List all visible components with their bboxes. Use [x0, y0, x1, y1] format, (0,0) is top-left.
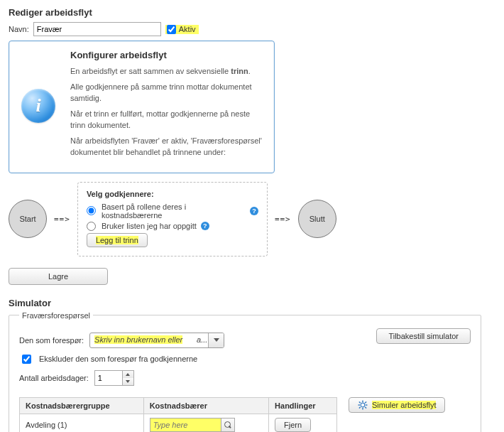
carrier-search-input[interactable]	[150, 418, 221, 432]
step-box: Velg godkjennere: Basert på rollene dere…	[77, 182, 268, 256]
remove-button[interactable]: Fjern	[275, 418, 311, 432]
info-line-0: En arbeidsflyt er satt sammen av sekvens…	[70, 66, 264, 77]
svg-rect-3	[358, 404, 360, 406]
approver-option-roles[interactable]: Basert på rollene deres i kostnadsbærern…	[87, 202, 258, 220]
approver-option-roles-label: Basert på rollene deres i kostnadsbærern…	[102, 202, 246, 220]
requester-combo[interactable]: Skriv inn brukernavn eller a...	[89, 333, 224, 348]
workflow-row: Start ==> Velg godkjennere: Basert på ro…	[9, 182, 495, 256]
name-label: Navn:	[9, 25, 29, 33]
approver-radio-list[interactable]	[87, 222, 96, 231]
approver-option-list[interactable]: Bruker listen jeg har oppgitt ?	[87, 222, 258, 231]
svg-point-0	[361, 403, 365, 407]
approver-radio-roles[interactable]	[87, 206, 96, 215]
stepper-down-button[interactable]	[123, 378, 133, 385]
exclude-row: Ekskluder den som forespør fra godkjenne…	[19, 352, 362, 366]
info-title: Konfigurer arbeidsflyt	[70, 50, 264, 60]
days-input[interactable]	[94, 370, 123, 386]
stepper-up-button[interactable]	[123, 371, 133, 378]
reset-simulator-label: Tilbakestill simulator	[388, 332, 459, 340]
svg-rect-1	[362, 400, 363, 402]
info-line-3: Når arbeidsflyten 'Fravær' er aktiv, 'Fr…	[70, 136, 264, 158]
svg-rect-5	[358, 401, 361, 403]
save-button[interactable]: Lagre	[9, 268, 108, 285]
cell-carrier	[143, 414, 268, 432]
simulate-button[interactable]: Simuler arbeidsflyt	[349, 397, 445, 413]
search-button[interactable]	[221, 418, 235, 432]
table-header-row: Kostnadsbærergruppe Kostnadsbærer Handli…	[20, 397, 337, 414]
svg-rect-6	[365, 406, 367, 409]
cell-actions: Fjern	[269, 414, 337, 432]
help-icon[interactable]: ?	[250, 207, 258, 215]
col-group: Kostnadsbærergruppe	[20, 397, 144, 414]
gear-icon	[358, 400, 368, 410]
active-checkbox[interactable]	[167, 25, 176, 34]
exclude-requester-label: Ekskluder den som forespør fra godkjenne…	[39, 355, 197, 363]
info-icon	[21, 89, 55, 123]
reset-simulator-button[interactable]: Tilbakestill simulator	[376, 328, 471, 344]
exclude-requester-checkbox[interactable]	[22, 355, 31, 364]
simulator-fieldset: Fraværsforespørsel Den som forespør: Skr…	[9, 311, 481, 432]
active-checkbox-wrap: Aktiv	[165, 25, 199, 34]
page-title: Rediger arbeidsflyt	[9, 7, 495, 18]
simulator-title: Simulator	[9, 298, 495, 308]
svg-rect-4	[366, 404, 368, 406]
chevron-down-icon	[126, 380, 130, 383]
arrow-icon: ==>	[54, 215, 70, 224]
info-line-1: Alle godkjennere på samme trinn mottar d…	[70, 82, 264, 104]
cost-carrier-table: Kostnadsbærergruppe Kostnadsbærer Handli…	[19, 397, 337, 432]
simulator-legend: Fraværsforespørsel	[19, 311, 93, 320]
svg-rect-8	[358, 406, 361, 409]
days-row: Antall arbeidsdager:	[19, 370, 362, 386]
search-icon	[224, 421, 231, 428]
active-label: Aktiv	[179, 25, 196, 33]
help-icon[interactable]: ?	[201, 222, 209, 230]
add-step-label: Legg til trinn	[96, 236, 138, 244]
info-line-2: Når et trinn er fullført, mottar godkjen…	[70, 109, 264, 131]
requester-row: Den som forespør: Skriv inn brukernavn e…	[19, 333, 362, 348]
requester-combo-text: Skriv inn brukernavn eller	[90, 333, 197, 347]
remove-button-label: Fjern	[284, 421, 302, 429]
svg-rect-2	[362, 408, 363, 410]
chevron-up-icon	[126, 373, 130, 376]
days-stepper[interactable]	[94, 370, 134, 386]
approver-option-list-label: Bruker listen jeg har oppgitt	[102, 222, 197, 230]
days-label: Antall arbeidsdager:	[19, 374, 89, 382]
add-step-button[interactable]: Legg til trinn	[87, 233, 148, 247]
workflow-name-input[interactable]	[33, 22, 161, 36]
table-row: Avdeling (1) Fjern	[20, 414, 337, 432]
col-carrier: Kostnadsbærer	[143, 397, 268, 414]
cell-group: Avdeling (1)	[20, 414, 144, 432]
start-node: Start	[9, 200, 47, 238]
step-title: Velg godkjennere:	[87, 190, 258, 198]
save-button-label: Lagre	[48, 272, 68, 281]
requester-label: Den som forespør:	[19, 336, 84, 345]
simulate-button-label: Simuler arbeidsflyt	[372, 401, 436, 409]
col-actions: Handlinger	[269, 397, 337, 414]
requester-combo-suffix: a...	[197, 333, 208, 347]
arrow-icon: ==>	[275, 215, 291, 224]
end-node: Slutt	[298, 200, 336, 238]
chevron-down-icon[interactable]	[208, 333, 224, 347]
info-panel: Konfigurer arbeidsflyt En arbeidsflyt er…	[9, 40, 275, 173]
name-row: Navn: Aktiv	[9, 22, 495, 36]
svg-rect-7	[365, 401, 367, 403]
